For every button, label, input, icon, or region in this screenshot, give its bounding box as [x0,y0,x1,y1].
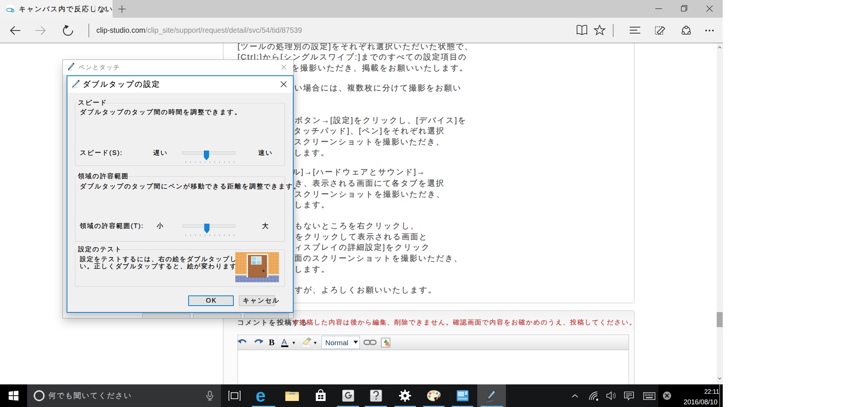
svg-text:B: B [269,338,274,347]
svg-text:A: A [282,337,287,346]
